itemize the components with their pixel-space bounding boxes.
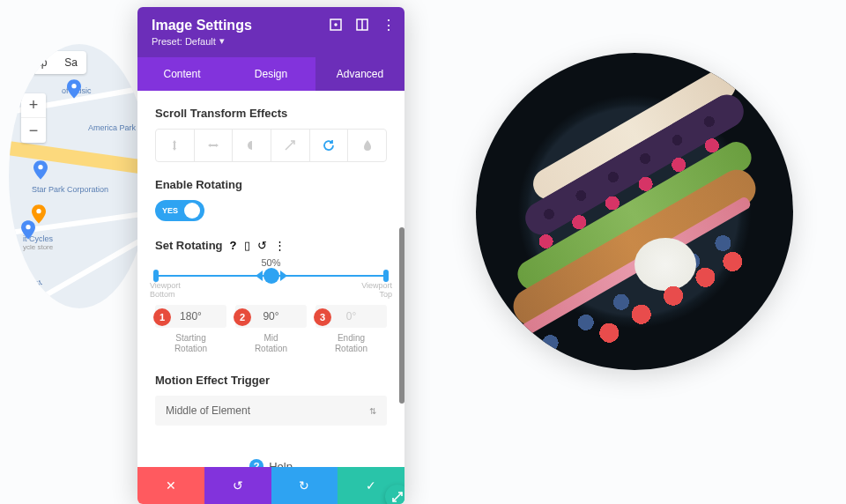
tab-advanced[interactable]: Advanced <box>315 57 404 91</box>
panel-footer: ✕ ↺ ↻ ✓ <box>137 467 404 504</box>
map-tab-map[interactable]: Map <box>18 51 56 74</box>
effect-icon-row <box>155 129 387 162</box>
badge-3: 3 <box>314 308 331 326</box>
device-icon[interactable]: ▯ <box>244 239 250 252</box>
enable-rotating-toggle[interactable]: YES <box>155 200 204 221</box>
vertical-motion-icon[interactable] <box>156 130 195 161</box>
map-label: America Park <box>88 123 136 132</box>
slider-arrow-right <box>280 271 287 281</box>
slider-right-label: ViewportTop <box>361 282 392 300</box>
cancel-button[interactable]: ✕ <box>137 467 204 504</box>
fullscreen-icon[interactable] <box>329 18 343 32</box>
horizontal-motion-icon[interactable] <box>195 130 234 161</box>
chevron-down-icon: ▾ <box>219 35 225 47</box>
panel-scrollbar[interactable] <box>399 86 404 467</box>
scale-icon[interactable] <box>271 130 310 161</box>
rotate-icon[interactable] <box>310 130 349 161</box>
zoom-in-button[interactable]: + <box>21 93 46 118</box>
toggle-knob <box>184 203 200 219</box>
panel-body: Scroll Transform Effects Enable Rotating… <box>137 91 404 467</box>
preset-dropdown[interactable]: Preset: Default ▾ <box>152 35 390 47</box>
slider-arrow-left <box>256 271 263 281</box>
select-chevron-icon: ⇅ <box>369 406 376 416</box>
more-icon[interactable]: ⋮ <box>382 18 396 32</box>
svg-point-2 <box>36 209 41 213</box>
svg-line-9 <box>393 493 402 501</box>
set-rotating-label: Set Rotating <box>155 239 223 252</box>
toggle-yes-label: YES <box>162 206 178 215</box>
help-text: Help <box>269 460 293 468</box>
map-label: Star Park Corporation <box>32 185 108 194</box>
panel-header: Image Settings Preset: Default ▾ ⋮ <box>137 7 404 57</box>
svg-point-5 <box>335 24 337 26</box>
redo-button[interactable]: ↻ <box>271 467 338 504</box>
scrollbar-thumb[interactable] <box>399 227 404 404</box>
map-zoom-controls: + − <box>21 93 46 143</box>
rotation-values-grid: 1 180° StartingRotation 2 90° MidRotatio… <box>155 305 387 354</box>
help-circle-icon: ? <box>249 459 263 467</box>
trigger-value: Middle of Element <box>166 404 250 417</box>
svg-point-3 <box>26 225 30 229</box>
map-label: 12th St <box>17 278 43 299</box>
slider-left-label: ViewportBottom <box>150 282 181 300</box>
undo-button[interactable]: ↺ <box>204 467 271 504</box>
motion-trigger-label: Motion Effect Trigger <box>155 374 387 387</box>
slider-percent: 50% <box>261 257 280 268</box>
ending-rotation-label: EndingRotation <box>315 333 387 354</box>
scroll-effects-title: Scroll Transform Effects <box>155 107 387 120</box>
more-options-icon[interactable]: ⋮ <box>274 239 286 252</box>
rotation-slider[interactable]: 50% ViewportBottom ViewportTop <box>155 275 387 277</box>
tab-design[interactable]: Design <box>226 57 315 91</box>
blur-icon[interactable] <box>348 130 386 161</box>
map-pin-icon <box>21 220 35 240</box>
zoom-out-button[interactable]: − <box>21 118 46 143</box>
enable-rotating-label: Enable Rotating <box>155 178 387 191</box>
starting-rotation-label: StartingRotation <box>155 333 226 354</box>
slider-handle-center[interactable] <box>263 268 279 284</box>
food-bowl-image <box>476 53 793 370</box>
help-icon[interactable]: ? <box>230 239 237 252</box>
layout-icon[interactable] <box>355 18 369 32</box>
svg-point-1 <box>38 165 42 169</box>
motion-trigger-select[interactable]: Middle of Element ⇅ <box>155 396 387 426</box>
expand-button[interactable] <box>385 485 404 504</box>
map-background: of Music America Park Star Park Corporat… <box>9 44 150 308</box>
settings-tabs: Content Design Advanced <box>137 57 404 91</box>
mid-rotation-label: MidRotation <box>235 333 307 354</box>
svg-point-0 <box>71 84 76 88</box>
map-pin-icon <box>33 160 48 180</box>
fade-icon[interactable] <box>233 130 271 161</box>
map-tab-satellite[interactable]: Sa <box>56 51 86 74</box>
badge-2: 2 <box>234 308 251 326</box>
reset-icon[interactable]: ↺ <box>257 239 267 252</box>
svg-line-8 <box>286 141 294 150</box>
badge-1: 1 <box>153 308 171 326</box>
slider-handle-right[interactable] <box>383 270 389 282</box>
tab-content[interactable]: Content <box>137 57 226 91</box>
map-type-tabs[interactable]: Map Sa <box>18 51 86 74</box>
map-label: ycle store <box>23 243 53 251</box>
slider-handle-left[interactable] <box>153 270 159 282</box>
preset-label: Preset: Default <box>152 36 216 47</box>
image-settings-panel: Image Settings Preset: Default ▾ ⋮ Conte… <box>137 7 404 504</box>
map-pin-icon <box>67 79 81 99</box>
help-link[interactable]: ? Help <box>155 459 387 467</box>
